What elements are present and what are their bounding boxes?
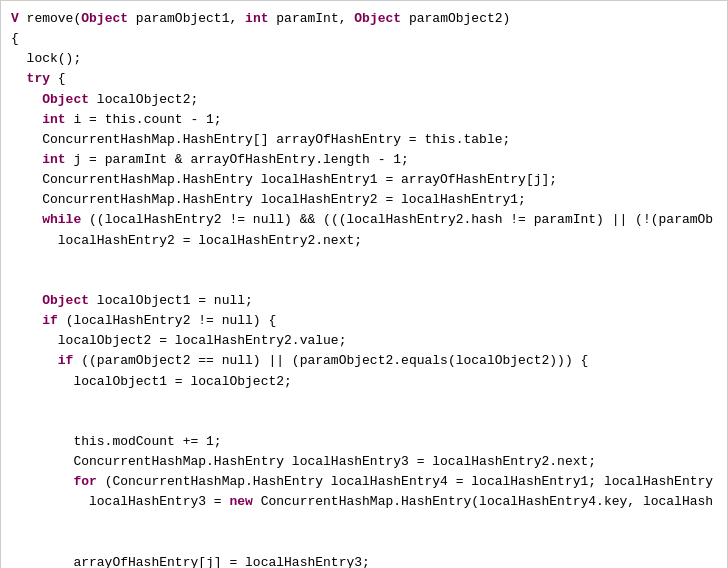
line-12: localHashEntry2 = localHashEntry2.next; bbox=[11, 233, 362, 248]
line-4: try { bbox=[11, 71, 66, 86]
line-14: Object localObject1 = null; bbox=[11, 293, 253, 308]
line-2: { bbox=[11, 31, 19, 46]
line-17: if ((paramObject2 == null) || (paramObje… bbox=[11, 353, 588, 368]
line-7: ConcurrentHashMap.HashEntry[] arrayOfHas… bbox=[11, 132, 510, 147]
line-3: lock(); bbox=[11, 51, 81, 66]
line-15: if (localHashEntry2 != null) { bbox=[11, 313, 276, 328]
line-11: while ((localHashEntry2 != null) && (((l… bbox=[11, 212, 713, 227]
line-22: for (ConcurrentHashMap.HashEntry localHa… bbox=[11, 474, 713, 489]
line-5: Object localObject2; bbox=[11, 92, 198, 107]
line-16: localObject2 = localHashEntry2.value; bbox=[11, 333, 346, 348]
line-25: arrayOfHashEntry[j] = localHashEntry3; bbox=[11, 555, 370, 568]
line-21: ConcurrentHashMap.HashEntry localHashEnt… bbox=[11, 454, 596, 469]
line-6: int i = this.count - 1; bbox=[11, 112, 222, 127]
line-8: int j = paramInt & arrayOfHashEntry.leng… bbox=[11, 152, 409, 167]
line-23: localHashEntry3 = new ConcurrentHashMap.… bbox=[11, 494, 713, 509]
line-20: this.modCount += 1; bbox=[11, 434, 222, 449]
line-9: ConcurrentHashMap.HashEntry localHashEnt… bbox=[11, 172, 557, 187]
line-10: ConcurrentHashMap.HashEntry localHashEnt… bbox=[11, 192, 526, 207]
code-block: V remove(Object paramObject1, int paramI… bbox=[1, 7, 727, 568]
line-1: V remove(Object paramObject1, int paramI… bbox=[11, 11, 510, 26]
line-18: localObject1 = localObject2; bbox=[11, 374, 292, 389]
code-container: V remove(Object paramObject1, int paramI… bbox=[0, 0, 728, 568]
